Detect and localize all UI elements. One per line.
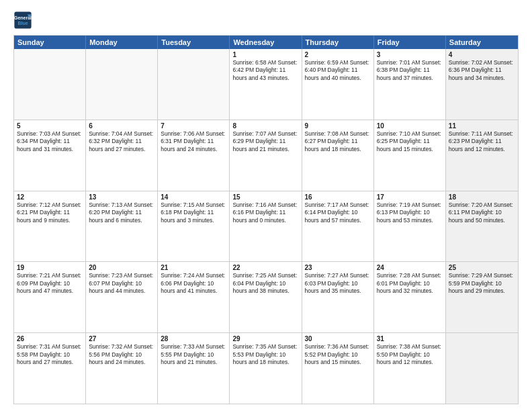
day-info: Sunrise: 7:20 AM Sunset: 6:11 PM Dayligh…	[449, 201, 515, 224]
day-number: 26	[17, 335, 83, 342]
day-cell: 5Sunrise: 7:03 AM Sunset: 6:34 PM Daylig…	[14, 120, 86, 191]
day-info: Sunrise: 7:31 AM Sunset: 5:58 PM Dayligh…	[17, 343, 83, 366]
day-cell: 26Sunrise: 7:31 AM Sunset: 5:58 PM Dayli…	[14, 333, 86, 404]
day-info: Sunrise: 7:16 AM Sunset: 6:16 PM Dayligh…	[232, 201, 298, 224]
day-info: Sunrise: 7:21 AM Sunset: 6:09 PM Dayligh…	[17, 272, 83, 295]
day-number: 28	[161, 335, 226, 342]
day-cell: 28Sunrise: 7:33 AM Sunset: 5:55 PM Dayli…	[158, 333, 230, 404]
day-header-thursday: Thursday	[302, 36, 374, 49]
day-cell: 15Sunrise: 7:16 AM Sunset: 6:16 PM Dayli…	[230, 191, 302, 262]
day-number: 20	[89, 264, 154, 271]
day-number: 12	[17, 193, 83, 201]
day-info: Sunrise: 7:24 AM Sunset: 6:06 PM Dayligh…	[161, 272, 226, 295]
day-info: Sunrise: 7:38 AM Sunset: 5:50 PM Dayligh…	[377, 343, 443, 366]
day-info: Sunrise: 7:12 AM Sunset: 6:21 PM Dayligh…	[17, 201, 83, 224]
day-number: 8	[232, 122, 298, 130]
day-info: Sunrise: 7:13 AM Sunset: 6:20 PM Dayligh…	[89, 201, 154, 224]
day-cell: 17Sunrise: 7:19 AM Sunset: 6:13 PM Dayli…	[374, 191, 446, 262]
day-info: Sunrise: 7:23 AM Sunset: 6:07 PM Dayligh…	[89, 272, 154, 295]
logo-icon: General Blue	[13, 11, 32, 30]
day-number: 22	[232, 264, 298, 271]
day-number: 23	[305, 264, 371, 271]
logo: General Blue	[13, 11, 34, 30]
day-info: Sunrise: 7:02 AM Sunset: 6:36 PM Dayligh…	[449, 59, 515, 82]
day-info: Sunrise: 7:27 AM Sunset: 6:03 PM Dayligh…	[305, 272, 371, 295]
day-number: 10	[377, 122, 443, 130]
day-cell: 6Sunrise: 7:04 AM Sunset: 6:32 PM Daylig…	[86, 120, 158, 191]
day-number: 4	[449, 51, 515, 58]
day-info: Sunrise: 7:35 AM Sunset: 5:53 PM Dayligh…	[232, 343, 298, 366]
day-number: 7	[161, 122, 226, 130]
day-info: Sunrise: 7:07 AM Sunset: 6:29 PM Dayligh…	[232, 130, 298, 153]
day-info: Sunrise: 6:59 AM Sunset: 6:40 PM Dayligh…	[305, 59, 371, 82]
week-row-1: 5Sunrise: 7:03 AM Sunset: 6:34 PM Daylig…	[14, 120, 518, 191]
day-cell: 4Sunrise: 7:02 AM Sunset: 6:36 PM Daylig…	[446, 49, 518, 120]
day-cell: 13Sunrise: 7:13 AM Sunset: 6:20 PM Dayli…	[86, 191, 158, 262]
day-info: Sunrise: 7:33 AM Sunset: 5:55 PM Dayligh…	[161, 343, 226, 366]
day-header-monday: Monday	[86, 36, 158, 49]
day-info: Sunrise: 7:15 AM Sunset: 6:18 PM Dayligh…	[161, 201, 226, 224]
day-number: 3	[377, 51, 443, 58]
day-info: Sunrise: 7:04 AM Sunset: 6:32 PM Dayligh…	[89, 130, 154, 153]
day-cell	[158, 49, 230, 120]
day-info: Sunrise: 7:03 AM Sunset: 6:34 PM Dayligh…	[17, 130, 83, 153]
day-cell: 25Sunrise: 7:29 AM Sunset: 5:59 PM Dayli…	[446, 262, 518, 332]
day-cell: 12Sunrise: 7:12 AM Sunset: 6:21 PM Dayli…	[14, 191, 86, 262]
day-number: 17	[377, 193, 443, 201]
header: General Blue	[13, 11, 519, 30]
day-number: 14	[161, 193, 226, 201]
day-header-sunday: Sunday	[14, 36, 86, 49]
calendar: SundayMondayTuesdayWednesdayThursdayFrid…	[13, 35, 519, 404]
day-cell	[446, 333, 518, 404]
day-number: 5	[17, 122, 83, 130]
weeks: 1Sunrise: 6:58 AM Sunset: 6:42 PM Daylig…	[14, 49, 518, 404]
day-info: Sunrise: 7:11 AM Sunset: 6:23 PM Dayligh…	[449, 130, 515, 153]
day-number: 19	[17, 264, 83, 271]
day-number: 9	[305, 122, 371, 130]
week-row-4: 26Sunrise: 7:31 AM Sunset: 5:58 PM Dayli…	[14, 332, 518, 404]
day-info: Sunrise: 7:32 AM Sunset: 5:56 PM Dayligh…	[89, 343, 154, 366]
day-number: 18	[449, 193, 515, 201]
day-info: Sunrise: 7:10 AM Sunset: 6:25 PM Dayligh…	[377, 130, 443, 153]
day-cell: 7Sunrise: 7:06 AM Sunset: 6:31 PM Daylig…	[158, 120, 230, 191]
day-header-friday: Friday	[374, 36, 446, 49]
day-info: Sunrise: 7:25 AM Sunset: 6:04 PM Dayligh…	[232, 272, 298, 295]
day-info: Sunrise: 7:01 AM Sunset: 6:38 PM Dayligh…	[377, 59, 443, 82]
week-row-0: 1Sunrise: 6:58 AM Sunset: 6:42 PM Daylig…	[14, 49, 518, 120]
day-cell: 22Sunrise: 7:25 AM Sunset: 6:04 PM Dayli…	[230, 262, 302, 332]
day-number: 24	[377, 264, 443, 271]
svg-rect-0	[14, 11, 31, 28]
day-number: 13	[89, 193, 154, 201]
day-number: 21	[161, 264, 226, 271]
week-row-2: 12Sunrise: 7:12 AM Sunset: 6:21 PM Dayli…	[14, 191, 518, 262]
day-cell: 18Sunrise: 7:20 AM Sunset: 6:11 PM Dayli…	[446, 191, 518, 262]
day-number: 16	[305, 193, 371, 201]
day-cell	[14, 49, 86, 120]
day-number: 6	[89, 122, 154, 130]
day-info: Sunrise: 7:06 AM Sunset: 6:31 PM Dayligh…	[161, 130, 226, 153]
day-number: 29	[232, 335, 298, 342]
day-info: Sunrise: 7:36 AM Sunset: 5:52 PM Dayligh…	[305, 343, 371, 366]
day-cell: 1Sunrise: 6:58 AM Sunset: 6:42 PM Daylig…	[230, 49, 302, 120]
day-info: Sunrise: 7:08 AM Sunset: 6:27 PM Dayligh…	[305, 130, 371, 153]
day-header-saturday: Saturday	[446, 36, 518, 49]
day-cell: 16Sunrise: 7:17 AM Sunset: 6:14 PM Dayli…	[302, 191, 374, 262]
day-number: 11	[449, 122, 515, 130]
day-headers: SundayMondayTuesdayWednesdayThursdayFrid…	[14, 36, 518, 49]
week-row-3: 19Sunrise: 7:21 AM Sunset: 6:09 PM Dayli…	[14, 261, 518, 332]
day-info: Sunrise: 6:58 AM Sunset: 6:42 PM Dayligh…	[232, 59, 298, 82]
day-cell: 30Sunrise: 7:36 AM Sunset: 5:52 PM Dayli…	[302, 333, 374, 404]
day-header-tuesday: Tuesday	[158, 36, 230, 49]
day-number: 27	[89, 335, 154, 342]
day-cell: 19Sunrise: 7:21 AM Sunset: 6:09 PM Dayli…	[14, 262, 86, 332]
day-number: 1	[232, 51, 298, 58]
day-number: 15	[232, 193, 298, 201]
day-header-wednesday: Wednesday	[230, 36, 302, 49]
day-info: Sunrise: 7:28 AM Sunset: 6:01 PM Dayligh…	[377, 272, 443, 295]
day-cell: 2Sunrise: 6:59 AM Sunset: 6:40 PM Daylig…	[302, 49, 374, 120]
day-number: 31	[377, 335, 443, 342]
day-cell: 8Sunrise: 7:07 AM Sunset: 6:29 PM Daylig…	[230, 120, 302, 191]
day-cell: 14Sunrise: 7:15 AM Sunset: 6:18 PM Dayli…	[158, 191, 230, 262]
day-cell: 10Sunrise: 7:10 AM Sunset: 6:25 PM Dayli…	[374, 120, 446, 191]
day-cell: 20Sunrise: 7:23 AM Sunset: 6:07 PM Dayli…	[86, 262, 158, 332]
